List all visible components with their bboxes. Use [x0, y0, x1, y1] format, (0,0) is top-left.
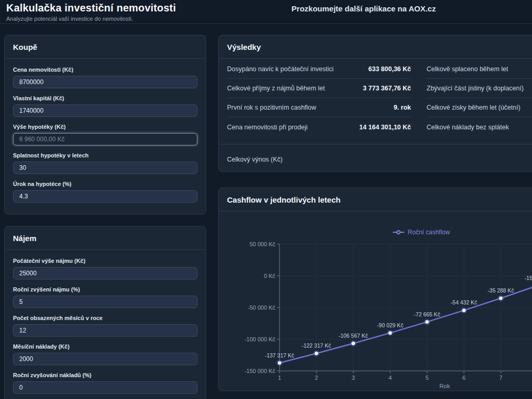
result-label: Dosypáno navíc k počáteční investici: [227, 65, 334, 73]
monthly-costs-input[interactable]: [13, 353, 197, 365]
costs-increase-label: Roční zvyšování nákladů (%): [13, 371, 197, 379]
results-card-title: Výsledky: [227, 43, 532, 51]
legend-label: Roční cashflow: [408, 229, 450, 236]
field-own-capital: Vlastní kapitál (Kč): [13, 95, 197, 117]
result-extra-investment: Dosypáno navíc k počáteční investici 633…: [227, 60, 411, 79]
svg-text:2: 2: [315, 375, 318, 381]
rent-card-title: Nájem: [13, 234, 197, 243]
property-price-label: Cena nemovitosti (Kč): [13, 66, 197, 74]
cashflow-line-chart[interactable]: 50 000 Kč0 Kč-50 000 Kč-100 000 Kč-150 0…: [219, 239, 532, 391]
result-total-profit: Celkové zisky během let (účetní): [427, 98, 532, 117]
page-title: Kalkulačka investiční nemovitosti: [6, 2, 526, 14]
chart-card-title: Cashflow v jednotlivých letech: [227, 195, 532, 204]
svg-text:-72 665 Kč: -72 665 Kč: [414, 311, 441, 317]
svg-text:-150 000 Kč: -150 000 Kč: [245, 368, 276, 374]
own-capital-label: Vlastní kapitál (Kč): [13, 95, 197, 102]
field-monthly-costs: Měsíční náklady (Kč): [13, 343, 197, 365]
svg-text:3: 3: [352, 375, 355, 381]
svg-text:4: 4: [389, 375, 392, 381]
result-label: První rok s pozitivním cashflow: [227, 104, 316, 111]
occupied-months-input[interactable]: [13, 324, 197, 337]
results-left-column: Dosypáno navíc k počáteční investici 633…: [227, 60, 411, 137]
rent-card: Nájem Počáteční výše nájmu (Kč) Roční zv…: [4, 226, 206, 399]
result-label: Celkové příjmy z nájmů během let: [227, 85, 325, 92]
results-grid: Dosypáno navíc k počáteční investici 633…: [219, 59, 532, 137]
initial-rent-label: Počáteční výše nájmu (Kč): [13, 257, 197, 265]
rent-increase-input[interactable]: [13, 296, 197, 308]
svg-text:-100 000 Kč: -100 000 Kč: [245, 336, 276, 342]
result-label: Celkový výnos (Kč): [227, 156, 283, 163]
cashflow-chart-card: Cashflow v jednotlivých letech Roční cas…: [218, 188, 532, 391]
svg-text:0 Kč: 0 Kč: [264, 273, 276, 279]
result-sale-price: Cena nemovitosti při prodeji 14 164 301,…: [227, 117, 411, 137]
result-total-rent-income: Celkové příjmy z nájmů během let 3 773 3…: [227, 79, 411, 98]
result-value: 9. rok: [394, 104, 411, 111]
field-mortgage-amount: Výše hypotéky (Kč): [13, 123, 197, 145]
svg-text:-35 288 Kč: -35 288 Kč: [488, 287, 514, 294]
result-value: 633 800,36 Kč: [368, 65, 411, 73]
svg-text:-90 029 Kč: -90 029 Kč: [377, 322, 404, 328]
result-label: Zbývající část jistiny (k doplacení): [427, 85, 524, 92]
chart-legend[interactable]: Roční cashflow: [219, 229, 532, 236]
results-card-header: Výsledky: [219, 35, 532, 59]
monthly-costs-label: Měsíční náklady (Kč): [13, 343, 197, 351]
app-header: Kalkulačka investiční nemovitosti Analyz…: [0, 0, 532, 24]
result-first-positive-year: První rok s pozitivním cashflow 9. rok: [227, 98, 411, 117]
result-label: Celkové zisky během let (účetní): [427, 104, 521, 111]
own-capital-input[interactable]: [13, 104, 197, 117]
header-title-block: Kalkulačka investiční nemovitosti Analyz…: [6, 2, 526, 22]
chart-card-header: Cashflow v jednotlivých letech: [219, 188, 532, 211]
input-column: Koupě Cena nemovitosti (Kč) Vlastní kapi…: [4, 35, 206, 399]
output-column: Výsledky Dosypáno navíc k počáteční inve…: [218, 35, 532, 391]
interest-rate-label: Úrok na hypotéce (%): [13, 180, 197, 188]
svg-text:50 000 Kč: 50 000 Kč: [249, 241, 275, 247]
purchase-card-body: Cena nemovitosti (Kč) Vlastní kapitál (K…: [5, 59, 206, 214]
field-rent-increase: Roční zvýšení nájmu (%): [13, 286, 197, 308]
result-total-yield: Celkový výnos (Kč): [219, 144, 532, 171]
purchase-card-header: Koupě: [5, 35, 206, 59]
rent-increase-label: Roční zvýšení nájmu (%): [13, 286, 197, 294]
mortgage-amount-input[interactable]: [13, 133, 197, 145]
svg-text:-137 317 Kč: -137 317 Kč: [265, 352, 295, 358]
svg-text:-50 000 Kč: -50 000 Kč: [248, 304, 276, 311]
field-occupied-months: Počet obsazených měsíců v roce: [13, 314, 197, 337]
field-mortgage-years: Splatnost hypotéky v letech: [13, 152, 197, 174]
result-label: Celkově splaceno během let: [427, 65, 508, 73]
result-value: 14 164 301,10 Kč: [360, 124, 411, 131]
field-costs-increase: Roční zvyšování nákladů (%): [13, 371, 197, 394]
promo-link[interactable]: Prozkoumejte další aplikace na AOX.cz: [291, 4, 436, 13]
results-card: Výsledky Dosypáno navíc k počáteční inve…: [218, 35, 532, 172]
svg-text:-54 432 Kč: -54 432 Kč: [451, 299, 477, 305]
result-label: Celkové náklady bez splátek: [427, 124, 509, 131]
result-label: Cena nemovitosti při prodeji: [227, 124, 308, 131]
svg-text:-122 317 Kč: -122 317 Kč: [302, 342, 331, 349]
svg-text:Rok: Rok: [440, 383, 450, 389]
svg-text:-15 187 Kč: -15 187 Kč: [525, 275, 532, 281]
rent-card-header: Nájem: [5, 227, 206, 250]
purchase-card-title: Koupě: [13, 43, 197, 51]
interest-rate-input[interactable]: [13, 190, 197, 203]
mortgage-years-input[interactable]: [13, 162, 197, 174]
line-point-legend-icon: [393, 230, 404, 235]
property-price-input[interactable]: [13, 76, 197, 88]
svg-text:-106 567 Kč: -106 567 Kč: [339, 332, 368, 339]
costs-increase-input[interactable]: [13, 381, 197, 394]
purchase-card: Koupě Cena nemovitosti (Kč) Vlastní kapi…: [4, 35, 206, 215]
field-initial-rent: Počáteční výše nájmu (Kč): [13, 257, 197, 280]
initial-rent-input[interactable]: [13, 267, 197, 280]
svg-text:5: 5: [425, 375, 429, 381]
result-total-paid: Celkově splaceno během let: [427, 60, 532, 79]
field-property-price: Cena nemovitosti (Kč): [13, 66, 197, 88]
field-interest-rate: Úrok na hypotéce (%): [13, 180, 197, 203]
rent-card-body: Počáteční výše nájmu (Kč) Roční zvýšení …: [5, 250, 206, 399]
result-value: 3 773 367,76 Kč: [363, 85, 411, 92]
main-content: Koupě Cena nemovitosti (Kč) Vlastní kapi…: [0, 24, 532, 399]
occupied-months-label: Počet obsazených měsíců v roce: [13, 314, 197, 322]
mortgage-amount-label: Výše hypotéky (Kč): [13, 123, 197, 131]
page-subtitle: Analyzujte potenciál vaší investice do n…: [6, 16, 526, 22]
mortgage-years-label: Splatnost hypotéky v letech: [13, 152, 197, 159]
results-right-column: Celkově splaceno během let Zbývající čás…: [427, 60, 532, 137]
svg-text:7: 7: [499, 375, 502, 381]
result-remaining-principal: Zbývající část jistiny (k doplacení): [427, 79, 532, 98]
svg-text:6: 6: [462, 375, 466, 381]
